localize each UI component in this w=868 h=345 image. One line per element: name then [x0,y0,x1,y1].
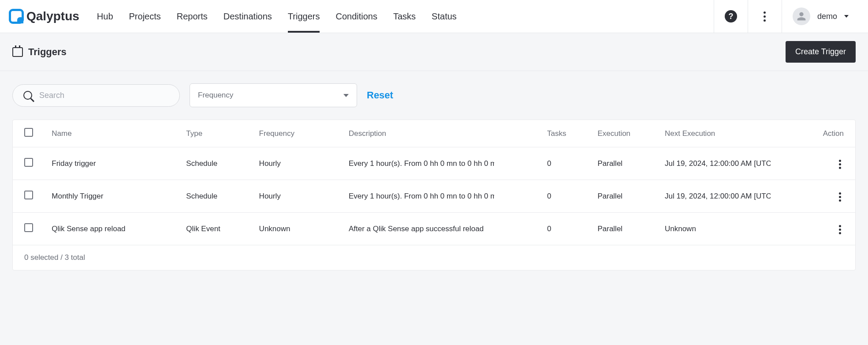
table-row[interactable]: Monthly Trigger Schedule Hourly Every 1 … [13,180,855,213]
table-row[interactable]: Friday trigger Schedule Hourly Every 1 h… [13,147,855,180]
cell-execution: Parallel [592,213,659,245]
cell-next-execution: Jul 19, 2024, 12:00:00 AM [UTC [665,192,771,201]
nav-item-tasks[interactable]: Tasks [393,0,416,33]
logo-text: Qalyptus [26,9,79,23]
nav-item-reports[interactable]: Reports [177,0,208,33]
cell-name: Monthly Trigger [46,180,181,213]
cell-frequency: Hourly [254,180,343,213]
frequency-select[interactable]: Frequency [190,83,357,107]
reset-link[interactable]: Reset [367,90,393,101]
col-header-description[interactable]: Description [343,120,542,147]
nav-item-triggers[interactable]: Triggers [288,0,320,33]
filters-bar: Frequency Reset [0,71,868,120]
row-checkbox[interactable] [24,223,33,232]
col-header-action: Action [808,120,855,147]
table-row[interactable]: Qlik Sense app reload Qlik Event Unknown… [13,213,855,245]
cell-execution: Parallel [592,180,659,213]
cell-type: Schedule [181,180,253,213]
logo[interactable]: Qalyptus [9,9,79,24]
cell-type: Schedule [181,147,253,180]
cell-tasks: 0 [542,180,592,213]
frequency-label: Frequency [198,91,233,100]
cell-name: Qlik Sense app reload [46,213,181,245]
nav-item-conditions[interactable]: Conditions [335,0,377,33]
row-actions-button[interactable] [836,222,844,237]
cell-next-execution: Unknown [665,225,771,233]
cell-frequency: Hourly [254,147,343,180]
nav-item-projects[interactable]: Projects [129,0,161,33]
user-menu[interactable]: demo [782,8,859,25]
nav-item-hub[interactable]: Hub [97,0,113,33]
nav-item-destinations[interactable]: Destinations [224,0,272,33]
cell-frequency: Unknown [254,213,343,245]
top-nav: Qalyptus Hub Projects Reports Destinatio… [0,0,868,33]
cell-name: Friday trigger [46,147,181,180]
nav-items: Hub Projects Reports Destinations Trigge… [97,0,714,33]
more-vert-icon [764,11,766,22]
col-header-frequency[interactable]: Frequency [254,120,343,147]
triggers-table: Name Type Frequency Description Tasks Ex… [12,120,856,270]
cell-execution: Parallel [592,147,659,180]
page-header: Triggers Create Trigger [0,33,868,71]
row-checkbox[interactable] [24,158,33,167]
help-button[interactable]: ? [714,0,748,33]
search-input[interactable] [39,91,169,100]
cell-description: Every 1 hour(s). From 0 hh 0 mn to 0 hh … [349,159,494,168]
row-actions-button[interactable] [836,190,844,204]
user-name: demo [817,12,837,21]
cell-description: After a Qlik Sense app successful reload [349,225,494,233]
table-footer: 0 selected / 3 total [13,245,855,270]
cell-description: Every 1 hour(s). From 0 hh 0 mn to 0 hh … [349,192,494,201]
create-trigger-button[interactable]: Create Trigger [786,41,856,63]
search-box[interactable] [12,84,180,107]
nav-item-status[interactable]: Status [432,0,457,33]
avatar-icon [793,8,810,25]
row-actions-button[interactable] [836,157,844,172]
col-header-tasks[interactable]: Tasks [542,120,592,147]
dropdown-arrow-icon [343,94,349,97]
logo-icon [9,9,24,24]
page-title-text: Triggers [28,46,67,58]
cell-tasks: 0 [542,213,592,245]
nav-right: ? demo [714,0,859,33]
col-header-execution[interactable]: Execution [592,120,659,147]
col-header-next-execution[interactable]: Next Execution [659,120,808,147]
row-checkbox[interactable] [24,191,33,199]
select-all-checkbox[interactable] [24,128,33,137]
chevron-down-icon [844,15,849,18]
search-icon [23,91,32,100]
col-header-name[interactable]: Name [46,120,181,147]
cell-tasks: 0 [542,147,592,180]
help-icon: ? [725,10,737,22]
cell-next-execution: Jul 19, 2024, 12:00:00 AM [UTC [665,159,771,168]
page-title: Triggers [12,46,67,58]
more-button[interactable] [748,0,782,33]
calendar-icon [12,47,23,57]
col-header-type[interactable]: Type [181,120,253,147]
cell-type: Qlik Event [181,213,253,245]
